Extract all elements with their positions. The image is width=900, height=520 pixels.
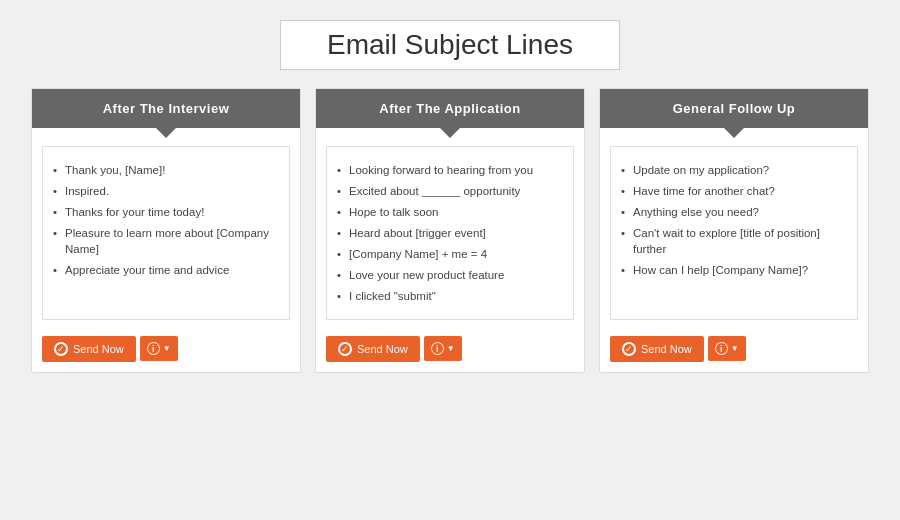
send-now-button[interactable]: ✓Send Now	[610, 336, 704, 362]
info-button[interactable]: i▼	[140, 336, 178, 361]
card-footer-general-follow-up: ✓Send Nowi▼	[600, 328, 868, 372]
list-item: How can I help [Company Name]?	[621, 259, 847, 280]
chevron-down-icon: ▼	[447, 344, 455, 353]
chevron-down-icon: ▼	[731, 344, 739, 353]
card-notch-after-interview	[32, 128, 300, 138]
info-icon: i	[431, 342, 444, 355]
send-icon: ✓	[54, 342, 68, 356]
list-item: Appreciate your time and advice	[53, 259, 279, 280]
list-item: Inspired.	[53, 180, 279, 201]
list-item: Update on my application?	[621, 159, 847, 180]
card-after-application: After The ApplicationLooking forward to …	[315, 88, 585, 373]
list-item: Thanks for your time today!	[53, 201, 279, 222]
card-header-after-interview: After The Interview	[32, 89, 300, 128]
list-item: Excited about ______ opportunity	[337, 180, 563, 201]
info-button[interactable]: i▼	[708, 336, 746, 361]
info-button[interactable]: i▼	[424, 336, 462, 361]
chevron-down-icon: ▼	[163, 344, 171, 353]
list-item: Have time for another chat?	[621, 180, 847, 201]
list-item: Hope to talk soon	[337, 201, 563, 222]
list-item: Pleasure to learn more about [Company Na…	[53, 222, 279, 259]
card-inner-after-application: Looking forward to hearing from youExcit…	[326, 146, 574, 320]
info-icon: i	[147, 342, 160, 355]
list-item: Looking forward to hearing from you	[337, 159, 563, 180]
page-title: Email Subject Lines	[280, 20, 620, 70]
list-item: Can't wait to explore [title of position…	[621, 222, 847, 259]
cards-container: After The InterviewThank you, [Name]!Ins…	[30, 88, 870, 373]
list-item: Heard about [trigger event]	[337, 222, 563, 243]
list-item: Thank you, [Name]!	[53, 159, 279, 180]
card-footer-after-application: ✓Send Nowi▼	[316, 328, 584, 372]
send-now-button[interactable]: ✓Send Now	[326, 336, 420, 362]
send-now-button[interactable]: ✓Send Now	[42, 336, 136, 362]
card-footer-after-interview: ✓Send Nowi▼	[32, 328, 300, 372]
info-icon: i	[715, 342, 728, 355]
card-after-interview: After The InterviewThank you, [Name]!Ins…	[31, 88, 301, 373]
list-item: Anything else you need?	[621, 201, 847, 222]
card-general-follow-up: General Follow UpUpdate on my applicatio…	[599, 88, 869, 373]
card-header-after-application: After The Application	[316, 89, 584, 128]
send-label: Send Now	[357, 343, 408, 355]
list-item: [Company Name] + me = 4	[337, 243, 563, 264]
send-label: Send Now	[641, 343, 692, 355]
list-item: I clicked "submit"	[337, 286, 563, 307]
send-icon: ✓	[338, 342, 352, 356]
send-label: Send Now	[73, 343, 124, 355]
card-inner-general-follow-up: Update on my application?Have time for a…	[610, 146, 858, 320]
send-icon: ✓	[622, 342, 636, 356]
card-notch-general-follow-up	[600, 128, 868, 138]
card-notch-after-application	[316, 128, 584, 138]
list-item: Love your new product feature	[337, 264, 563, 285]
card-inner-after-interview: Thank you, [Name]!Inspired.Thanks for yo…	[42, 146, 290, 320]
card-header-general-follow-up: General Follow Up	[600, 89, 868, 128]
